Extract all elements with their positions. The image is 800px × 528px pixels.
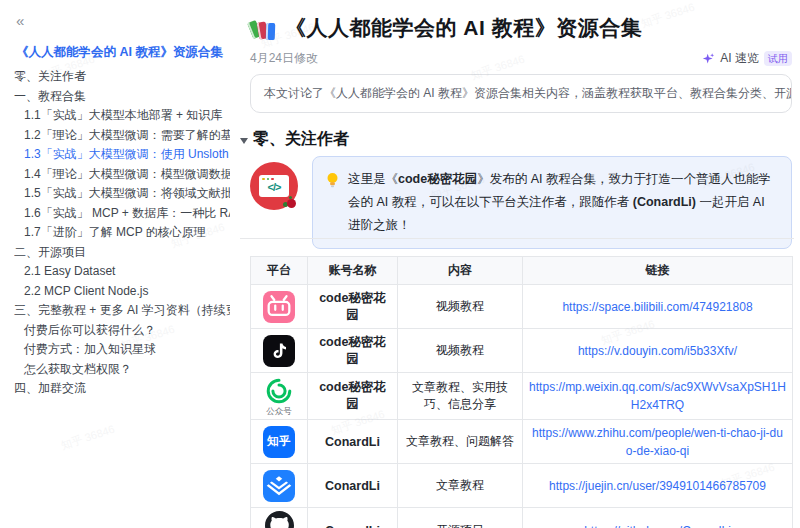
table-body: code秘密花园视频教程https://space.bilibili.com/4…: [251, 285, 793, 528]
ai-overview-label: AI 速览: [720, 50, 759, 67]
wechat-official-account-icon: [264, 376, 294, 406]
platforms-table: 平台账号名称内容链接 code秘密花园视频教程https://space.bil…: [250, 256, 793, 528]
author-avatar: </>: [250, 162, 298, 210]
toc-list: 零、关注作者一、教程合集1.1「实战」大模型本地部署 + 知识库1.2「理论」大…: [14, 67, 230, 399]
account-name-cell: code秘密花园: [308, 329, 398, 373]
platform-cell: [251, 464, 308, 508]
douyin-icon: [263, 335, 295, 367]
zhihu-icon: 知乎: [263, 426, 295, 458]
toc-doc-title[interactable]: 《人人都能学会的 AI 教程》资源合集: [16, 44, 230, 61]
platform-link[interactable]: https://github.com/ConardLi: [584, 524, 731, 528]
platform-cell: GitHub: [251, 508, 308, 528]
content-cell: 文章教程、实用技巧、信息分享: [398, 373, 523, 420]
platform-link[interactable]: https://juejin.cn/user/3949101466785709: [549, 479, 766, 493]
sidebar-toc-item[interactable]: 2.2 MCP Client Node.js: [14, 282, 230, 302]
platform-cell: 知乎: [251, 420, 308, 464]
platforms-table-wrap: 平台账号名称内容链接 code秘密花园视频教程https://space.bil…: [250, 256, 792, 528]
sidebar-toc-item[interactable]: 1.2「理论」大模型微调：需要了解的基础知识: [14, 126, 230, 146]
platform-cell: [251, 285, 308, 329]
table-row: code秘密花园视频教程https://space.bilibili.com/4…: [251, 285, 793, 329]
link-cell: https://space.bilibili.com/474921808: [523, 285, 793, 329]
table-column-header: 平台: [251, 257, 308, 285]
table-column-header: 账号名称: [308, 257, 398, 285]
content-cell: 文章教程、问题解答: [398, 420, 523, 464]
trial-badge: 试用: [764, 51, 792, 66]
modified-date: 4月24日修改: [250, 50, 318, 67]
platform-link[interactable]: https://www.zhihu.com/people/wen-ti-chao…: [532, 426, 783, 458]
toc-sidebar: « 《人人都能学会的 AI 教程》资源合集 零、关注作者一、教程合集1.1「实战…: [0, 0, 240, 528]
sparkle-icon: [702, 52, 715, 65]
content-cell: 开源项目: [398, 508, 523, 528]
juejin-icon: [263, 470, 295, 502]
content-cell: 视频教程: [398, 285, 523, 329]
table-row: code秘密花园视频教程https://v.douyin.com/i5b33Xf…: [251, 329, 793, 373]
account-name-cell: code秘密花园: [308, 373, 398, 420]
lightbulb-icon: [325, 172, 340, 189]
section-heading: 零、关注作者: [240, 129, 349, 150]
sidebar-toc-item[interactable]: 怎么获取文档权限？: [14, 360, 230, 380]
table-column-header: 内容: [398, 257, 523, 285]
ai-summary-box: 本文讨论了《人人都能学会的 AI 教程》资源合集相关内容，涵盖教程获取平台、教程…: [250, 74, 792, 113]
table-header-row: 平台账号名称内容链接: [251, 257, 793, 285]
platform-cell: [251, 329, 308, 373]
sidebar-toc-item[interactable]: 1.5「实战」大模型微调：将领域文献批量转...: [14, 184, 230, 204]
platform-link[interactable]: https://space.bilibili.com/474921808: [562, 300, 752, 314]
sidebar-toc-item[interactable]: 三、完整教程 + 更多 AI 学习资料（持续更新）: [14, 301, 230, 321]
platform-link[interactable]: https://mp.weixin.qq.com/s/ac9XWvVsaXpSH…: [529, 380, 786, 412]
table-column-header: 链接: [523, 257, 793, 285]
sidebar-toc-item[interactable]: 付费方式：加入知识星球: [14, 340, 230, 360]
bilibili-icon: [263, 291, 295, 323]
collapse-triangle-icon[interactable]: [240, 138, 248, 144]
sidebar-toc-item[interactable]: 二、开源项目: [14, 243, 230, 263]
callout-text: 这里是《code秘密花园》发布的 AI 教程合集，致力于打造一个普通人也能学会的…: [348, 168, 777, 237]
sidebar-toc-item[interactable]: 付费后你可以获得什么？: [14, 321, 230, 341]
doc-meta-row: 4月24日修改 AI 速览 试用: [250, 50, 792, 67]
table-row: GitHubConardLi开源项目https://github.com/Con…: [251, 508, 793, 528]
sidebar-toc-item[interactable]: 1.1「实战」大模型本地部署 + 知识库: [14, 106, 230, 126]
callout-row: </> 这里是《code秘密花园》发布的 AI 教程合集，致力于打造一个普通人也…: [250, 156, 792, 249]
page-title: 《人人都能学会的 AI 教程》资源合集: [285, 14, 642, 42]
github-icon: [265, 511, 294, 528]
sidebar-toc-item[interactable]: 1.3「实战」大模型微调：使用 Unsloth 微调 ...: [14, 145, 230, 165]
callout-box: 这里是《code秘密花园》发布的 AI 教程合集，致力于打造一个普通人也能学会的…: [312, 156, 792, 249]
table-row: 公众号code秘密花园文章教程、实用技巧、信息分享https://mp.weix…: [251, 373, 793, 420]
platform-link[interactable]: https://v.douyin.com/i5b33Xfv/: [578, 344, 737, 358]
doc-header: 《人人都能学会的 AI 教程》资源合集: [250, 14, 642, 42]
books-icon: [250, 16, 276, 40]
link-cell: https://v.douyin.com/i5b33Xfv/: [523, 329, 793, 373]
code-window-icon: </>: [259, 175, 289, 197]
doc-main: 《人人都能学会的 AI 教程》资源合集 4月24日修改 AI 速览 试用 本文讨…: [240, 0, 800, 528]
link-cell: https://mp.weixin.qq.com/s/ac9XWvVsaXpSH…: [523, 373, 793, 420]
sidebar-toc-item[interactable]: 1.4「理论」大模型微调：模型微调数据集前...: [14, 165, 230, 185]
section-divider: [240, 238, 794, 239]
flower-icon: [287, 199, 296, 208]
sidebar-toc-item[interactable]: 2.1 Easy Dataset: [14, 262, 230, 282]
account-name-cell: ConardLi: [308, 508, 398, 528]
account-name-cell: ConardLi: [308, 420, 398, 464]
content-cell: 视频教程: [398, 329, 523, 373]
sidebar-toc-item[interactable]: 四、加群交流: [14, 379, 230, 399]
link-cell: https://juejin.cn/user/3949101466785709: [523, 464, 793, 508]
sidebar-toc-item[interactable]: 零、关注作者: [14, 67, 230, 87]
section-title: 零、关注作者: [253, 129, 349, 150]
sidebar-toc-item[interactable]: 1.7「进阶」了解 MCP 的核心原理: [14, 223, 230, 243]
account-name-cell: ConardLi: [308, 464, 398, 508]
sidebar-collapse-icon[interactable]: «: [16, 12, 24, 29]
content-cell: 文章教程: [398, 464, 523, 508]
platform-cell: 公众号: [251, 373, 308, 420]
account-name-cell: code秘密花园: [308, 285, 398, 329]
ai-overview-button[interactable]: AI 速览 试用: [702, 50, 792, 67]
table-row: 知乎ConardLi文章教程、问题解答https://www.zhihu.com…: [251, 420, 793, 464]
platform-icon-caption: 公众号: [266, 407, 292, 416]
sidebar-toc-item[interactable]: 1.6「实战」 MCP + 数据库：一种比 RAG 检...: [14, 204, 230, 224]
sidebar-toc-item[interactable]: 一、教程合集: [14, 87, 230, 107]
link-cell: https://github.com/ConardLi: [523, 508, 793, 528]
link-cell: https://www.zhihu.com/people/wen-ti-chao…: [523, 420, 793, 464]
table-row: ConardLi文章教程https://juejin.cn/user/39491…: [251, 464, 793, 508]
